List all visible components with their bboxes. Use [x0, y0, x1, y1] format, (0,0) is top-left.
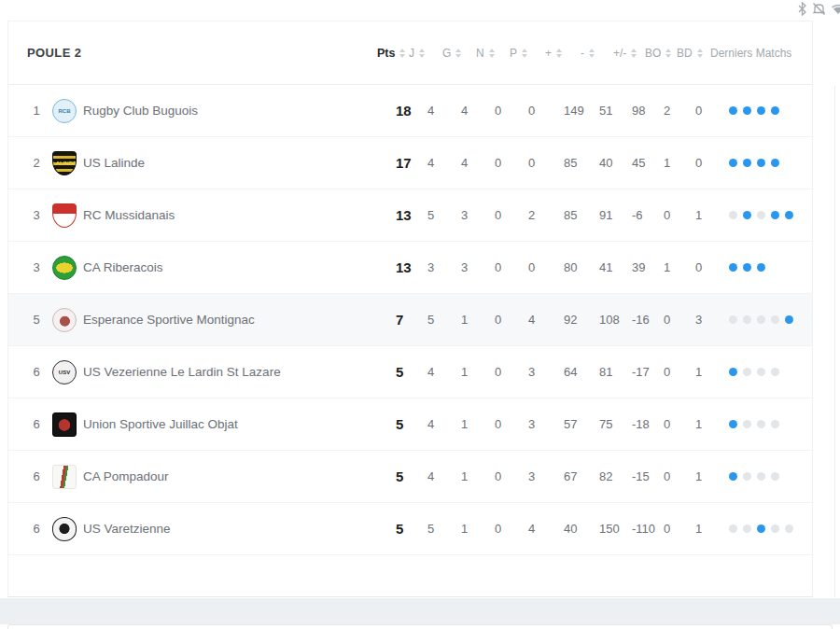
column-header-j[interactable]: J	[409, 47, 442, 60]
sort-icon	[665, 49, 671, 58]
last-matches[interactable]	[729, 315, 814, 324]
table-row[interactable]: 2 LALINDE US Lalinde 17 4 4 0 0 85 40 45…	[8, 137, 812, 189]
table-row[interactable]: 1 RCB Rugby Club Buguois 18 4 4 0 0 149 …	[8, 85, 812, 137]
points: 5	[396, 364, 427, 380]
points: 7	[396, 312, 427, 328]
losses: 0	[528, 260, 564, 274]
last-matches[interactable]	[729, 211, 814, 219]
sort-icon	[697, 49, 703, 58]
points-for: 64	[564, 365, 599, 379]
table-row[interactable]: 6 CA Pompadour 5 4 1 0 3 67 82 -15 0 1	[8, 451, 812, 503]
scrollbar-track[interactable]	[834, 86, 835, 597]
rank: 1	[27, 104, 46, 118]
column-label: -	[581, 47, 584, 60]
draws: 0	[495, 208, 528, 222]
column-header-pts[interactable]: Pts	[377, 47, 409, 60]
points-for: 85	[564, 156, 599, 170]
match-result-dot-win[interactable]	[729, 368, 737, 376]
table-row[interactable]: 6 USV US Vezerienne Le Lardin St Lazare …	[8, 346, 812, 398]
match-result-dot-other[interactable]	[785, 524, 793, 533]
rank: 6	[27, 417, 46, 431]
match-result-dot-other[interactable]	[771, 420, 779, 428]
sort-icon	[419, 49, 425, 58]
team-logo-icon: LALINDE	[52, 151, 77, 175]
match-result-dot-win[interactable]	[729, 472, 737, 481]
column-header-bo[interactable]: BO	[645, 47, 677, 60]
match-result-dot-win[interactable]	[757, 524, 765, 533]
wins: 1	[461, 313, 495, 327]
match-result-dot-other[interactable]	[743, 472, 751, 481]
column-header-g[interactable]: G	[442, 47, 476, 60]
match-result-dot-other[interactable]	[771, 368, 779, 376]
column-label: Pts	[377, 47, 395, 60]
match-result-dot-win[interactable]	[771, 106, 779, 115]
last-matches[interactable]	[729, 106, 814, 115]
last-matches[interactable]	[729, 420, 814, 428]
match-result-dot-win[interactable]	[771, 159, 779, 167]
last-matches[interactable]	[729, 263, 814, 272]
points-diff: -18	[632, 417, 664, 431]
match-result-dot-other[interactable]	[757, 211, 765, 219]
draws: 0	[495, 522, 528, 536]
match-result-dot-other[interactable]	[757, 368, 765, 376]
table-header: POULE 2 Pts J G N P + - +/- BO BD	[8, 21, 812, 85]
table-row[interactable]: 6 US Varetzienne 5 5 1 0 4 40 150 -110 0…	[8, 503, 812, 555]
match-result-dot-other[interactable]	[757, 472, 765, 481]
last-matches[interactable]	[729, 472, 814, 481]
last-matches[interactable]	[729, 524, 814, 533]
match-result-dot-other[interactable]	[743, 315, 751, 324]
match-result-dot-win[interactable]	[729, 420, 737, 428]
column-label: Derniers Matchs	[710, 47, 791, 60]
match-result-dot-other[interactable]	[743, 368, 751, 376]
points-diff: -16	[632, 313, 664, 327]
match-result-dot-win[interactable]	[785, 315, 793, 324]
match-result-dot-other[interactable]	[729, 524, 737, 533]
last-matches[interactable]	[729, 368, 814, 376]
match-result-dot-other[interactable]	[743, 420, 751, 428]
match-result-dot-win[interactable]	[757, 263, 765, 272]
bonus-offensive: 0	[664, 469, 695, 483]
column-header-bd[interactable]: BD	[677, 47, 710, 60]
sort-icon	[589, 49, 595, 58]
match-result-dot-win[interactable]	[743, 106, 751, 115]
last-matches[interactable]	[729, 159, 814, 167]
wins: 3	[461, 208, 495, 222]
match-result-dot-other[interactable]	[743, 524, 751, 533]
table-row[interactable]: 5 Esperance Sportive Montignac 7 5 1 0 4…	[8, 294, 812, 346]
played: 5	[427, 522, 461, 536]
match-result-dot-win[interactable]	[729, 159, 737, 167]
column-header-p[interactable]: P	[510, 47, 545, 60]
table-row[interactable]: 6 Union Sportive Juillac Objat 5 4 1 0 3…	[8, 398, 812, 451]
column-header-minus[interactable]: -	[581, 47, 613, 60]
column-header-plus[interactable]: +	[545, 47, 581, 60]
rank: 2	[27, 156, 46, 170]
match-result-dot-win[interactable]	[771, 211, 779, 219]
match-result-dot-other[interactable]	[729, 315, 737, 324]
bonus-offensive: 0	[664, 313, 695, 327]
match-result-dot-other[interactable]	[729, 211, 737, 219]
match-result-dot-other[interactable]	[757, 420, 765, 428]
match-result-dot-win[interactable]	[785, 211, 793, 219]
column-header-diff[interactable]: +/-	[613, 47, 645, 60]
column-label: +/-	[613, 47, 626, 60]
match-result-dot-win[interactable]	[743, 159, 751, 167]
match-result-dot-win[interactable]	[757, 159, 765, 167]
match-result-dot-win[interactable]	[743, 211, 751, 219]
table-row[interactable]: 3 CA Riberacois 13 3 3 0 0 80 41 39 1 0	[8, 242, 812, 294]
match-result-dot-win[interactable]	[757, 106, 765, 115]
sort-icon	[399, 49, 405, 58]
column-header-n[interactable]: N	[476, 47, 510, 60]
match-result-dot-win[interactable]	[743, 263, 751, 272]
match-result-dot-other[interactable]	[771, 524, 779, 533]
match-result-dot-other[interactable]	[771, 472, 779, 481]
match-result-dot-win[interactable]	[729, 106, 737, 115]
wins: 1	[461, 469, 495, 483]
sort-icon	[489, 49, 495, 58]
match-result-dot-other[interactable]	[771, 315, 779, 324]
table-row[interactable]: 3 RCM RC Mussidanais 13 5 3 0 2 85 91 -6…	[8, 189, 812, 242]
team-logo-icon	[52, 517, 77, 541]
match-result-dot-other[interactable]	[757, 315, 765, 324]
sort-icon	[522, 49, 527, 58]
match-result-dot-win[interactable]	[729, 263, 737, 272]
bonus-offensive: 1	[664, 260, 695, 274]
